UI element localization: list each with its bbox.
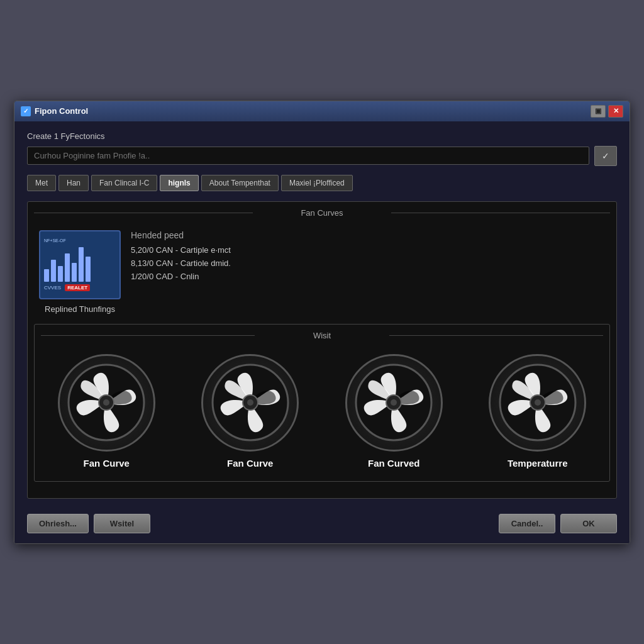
bottom-right-buttons: Candel.. OK <box>499 514 617 533</box>
fan-item-2[interactable]: Fan Curve <box>201 354 299 469</box>
fan-item-1[interactable]: Fan Curve <box>58 354 155 469</box>
svg-point-5 <box>247 399 253 406</box>
restore-button[interactable]: ▣ <box>591 105 606 118</box>
bottom-buttons: Ohriesh... Wsitel Candel.. OK <box>27 509 617 533</box>
input-row: ✓ <box>27 146 617 166</box>
bottom-left-buttons: Ohriesh... Wsitel <box>27 514 150 533</box>
section-label: Create 1 FyFectonics <box>27 131 617 141</box>
fan-item-4[interactable]: Temperaturre <box>489 354 586 469</box>
app-icon: ✓ <box>21 106 31 116</box>
fan-item-3[interactable]: Fan Curved <box>345 354 443 469</box>
main-window: ✓ Fipon Control ▣ ✕ Create 1 FyFectonics… <box>14 101 630 544</box>
fan-circle-3 <box>345 354 443 452</box>
svg-point-8 <box>391 399 397 406</box>
wsitel-button[interactable]: Wsitel <box>94 514 150 533</box>
tab-met[interactable]: Met <box>27 175 56 191</box>
title-bar-left: ✓ Fipon Control <box>21 106 88 116</box>
fan-curves-content: NF+SE-OF <box>34 225 610 319</box>
spec-line-2: 8,13/0 CAN - Cartiole dmid. <box>131 258 605 268</box>
tab-about[interactable]: About Tempenthat <box>201 175 279 191</box>
fan-chart-bars: NF+SE-OF <box>44 243 116 287</box>
wisit-header: Wisit <box>41 331 603 340</box>
ohriesh-button[interactable]: Ohriesh... <box>27 514 89 533</box>
fan-svg-3 <box>353 362 435 443</box>
fans-grid: Fan Curve <box>41 348 603 475</box>
fan-chart-image: NF+SE-OF <box>39 230 121 299</box>
fan-label-4: Temperaturre <box>508 458 568 469</box>
check-button[interactable]: ✓ <box>594 146 617 166</box>
candel-button[interactable]: Candel.. <box>499 514 555 533</box>
replined-label: Replined Thunfings <box>45 304 115 314</box>
window-title: Fipon Control <box>35 106 88 116</box>
spec-line-1: 5,20/0 CAN - Cartiple e·mct <box>131 245 605 255</box>
fan-subtitle: Hended peed <box>131 230 605 240</box>
ok-button[interactable]: OK <box>560 514 617 533</box>
tab-maxiel[interactable]: Maxiel ¡Plofficed <box>281 175 353 191</box>
svg-point-2 <box>103 399 109 406</box>
profile-input[interactable] <box>27 147 589 165</box>
close-button[interactable]: ✕ <box>608 105 623 118</box>
fan-svg-2 <box>209 362 291 443</box>
svg-point-11 <box>535 399 541 406</box>
fan-label-1: Fan Curve <box>84 458 130 469</box>
tab-fan-clincal[interactable]: Fan Clincal I-C <box>91 175 157 191</box>
fan-curves-header: Fan Curves <box>34 208 610 218</box>
window-body: Create 1 FyFectonics ✓ Met Han Fan Clinc… <box>14 121 630 543</box>
title-bar: ✓ Fipon Control ▣ ✕ <box>14 101 630 121</box>
realet-badge: REALET <box>65 284 90 291</box>
fan-circle-4 <box>489 354 586 452</box>
cvves-label: CVVES <box>44 285 61 291</box>
fan-curves-panel: Fan Curves NF+SE-OF <box>27 201 617 499</box>
fan-info-right: Hended peed 5,20/0 CAN - Cartiple e·mct … <box>131 230 605 314</box>
tabs-row: Met Han Fan Clincal I-C hignls About Tem… <box>27 175 617 191</box>
tab-han[interactable]: Han <box>58 175 89 191</box>
wisit-section: Wisit <box>34 324 610 482</box>
fan-label-3: Fan Curved <box>368 458 420 469</box>
fan-circle-1 <box>58 354 155 452</box>
fan-svg-4 <box>497 362 579 443</box>
spec-line-3: 1/20/0 CAD - Cnlin <box>131 272 605 281</box>
title-bar-buttons: ▣ ✕ <box>591 105 623 118</box>
fan-svg-1 <box>65 362 147 443</box>
fan-label-2: Fan Curve <box>227 458 273 469</box>
chart-bars <box>44 244 91 282</box>
tab-hignls[interactable]: hignls <box>160 175 198 191</box>
fan-circle-2 <box>201 354 299 452</box>
